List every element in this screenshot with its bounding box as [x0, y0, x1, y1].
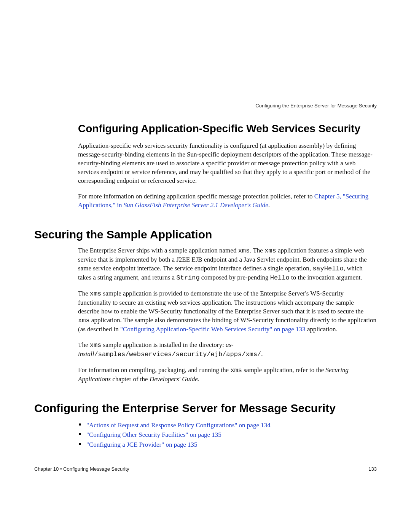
code-inline: sayHello: [312, 265, 344, 272]
toc-list: "Actions of Request and Response Policy …: [78, 420, 377, 450]
heading-configuring-app-specific: Configuring Application-Specific Web Ser…: [78, 123, 377, 135]
paragraph: For more information on defining applica…: [78, 192, 377, 210]
heading-configuring-enterprise-server: Configuring the Enterprise Server for Me…: [34, 402, 377, 415]
paragraph: Application-specific web services securi…: [78, 142, 377, 185]
section-configuring-enterprise-server: "Actions of Request and Response Policy …: [78, 420, 377, 450]
heading-securing-sample-app: Securing the Sample Application: [34, 228, 377, 241]
paragraph: The xms sample application is provided t…: [78, 289, 377, 334]
section-configuring-app-specific: Configuring Application-Specific Web Ser…: [78, 123, 377, 210]
text: sample application, refer to the: [242, 366, 326, 374]
text: chapter of the: [111, 375, 150, 383]
code-inline: xms: [78, 317, 90, 324]
code-inline: String: [176, 274, 199, 281]
text: . The: [250, 247, 264, 254]
code-inline: xms: [238, 247, 250, 254]
xref-jce-provider[interactable]: "Configuring a JCE Provider" on page 135: [86, 441, 198, 448]
toc-item: "Configuring a JCE Provider" on page 135: [78, 440, 377, 450]
paragraph: The Enterprise Server ships with a sampl…: [78, 246, 377, 283]
running-head: Configuring the Enterprise Server for Me…: [34, 103, 377, 111]
page-container: Configuring the Enterprise Server for Me…: [0, 0, 411, 495]
text: .: [261, 350, 263, 358]
xref-actions-policy[interactable]: "Actions of Request and Response Policy …: [86, 422, 271, 429]
paragraph: For information on compiling, packaging,…: [78, 366, 377, 384]
text: The: [78, 341, 90, 348]
footer-page-number: 133: [368, 466, 377, 472]
xref-other-security[interactable]: "Configuring Other Security Facilities" …: [86, 431, 221, 438]
section-securing-sample-app: The Enterprise Server ships with a sampl…: [78, 246, 377, 383]
toc-item: "Configuring Other Security Facilities" …: [78, 430, 377, 440]
text: The Enterprise Server ships with a sampl…: [78, 247, 238, 254]
link-text-italic: Sun GlassFish Enterprise Server 2.1 Deve…: [124, 201, 268, 209]
code-inline: xms: [90, 342, 102, 349]
text: The: [78, 290, 90, 297]
text: .: [198, 375, 199, 383]
paragraph: The xms sample application is installed …: [78, 341, 377, 359]
code-inline: /samples/webservices/security/ejb/apps/x…: [94, 351, 261, 358]
text: sample application is installed in the d…: [101, 341, 226, 348]
footer-chapter: Chapter 10 • Configuring Message Securit…: [34, 466, 129, 472]
text: For more information on defining applica…: [78, 193, 314, 200]
code-inline: xms: [90, 290, 102, 297]
page-footer: Chapter 10 • Configuring Message Securit…: [34, 466, 377, 472]
xref-configuring-app-specific[interactable]: "Configuring Application-Specific Web Se…: [120, 326, 306, 333]
toc-item: "Actions of Request and Response Policy …: [78, 420, 377, 430]
code-inline: xms: [230, 367, 242, 374]
code-inline: xms: [264, 247, 276, 254]
text: application.: [306, 326, 338, 333]
book-title: Developers' Guide: [150, 375, 198, 383]
text: composed by pre-pending: [200, 274, 270, 281]
code-inline: Hello: [270, 274, 290, 281]
text: .: [268, 201, 270, 209]
text: sample application is provided to demons…: [78, 290, 363, 315]
text: For information on compiling, packaging,…: [78, 366, 230, 374]
text: to the invocation argument.: [290, 274, 362, 281]
